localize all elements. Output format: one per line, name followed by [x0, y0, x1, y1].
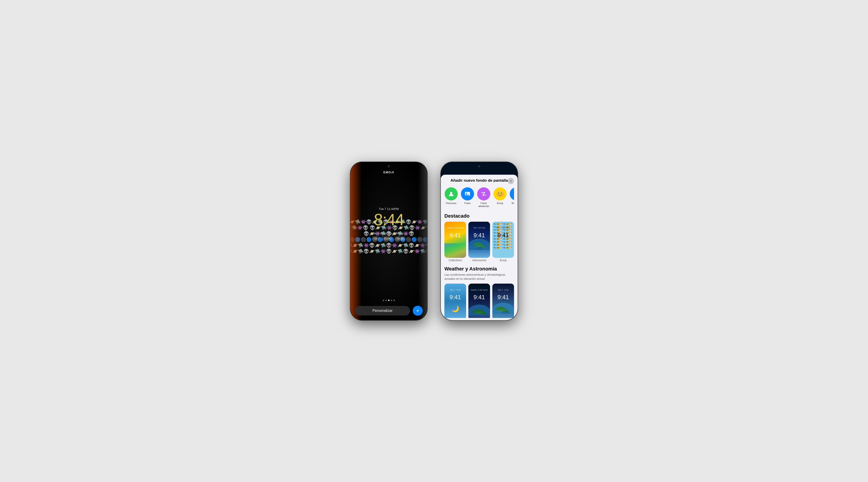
sheet-title: Añadir nuevo fondo de pantalla	[451, 178, 508, 183]
featured-grid: martes, 9 de enero 9:41 Collections Tue …	[444, 222, 514, 264]
category-emoji[interactable]: 😊 Emoji	[493, 187, 507, 208]
widget-row: 18 11:44 16:33	[355, 236, 423, 240]
category-fotos[interactable]: Fotos	[461, 187, 474, 208]
dot-5	[394, 300, 395, 301]
phone2-bg: Añadir nuevo fondo de pantalla ×	[441, 162, 518, 320]
cat-icon-shuffle	[477, 187, 490, 200]
wp-collections-date: martes, 9 de enero	[444, 227, 466, 229]
sheet-body[interactable]: Personas Fotos	[441, 185, 518, 318]
wp-collections-label: Collections	[444, 259, 466, 262]
wp-weather1-date: Tue 7 · 9:41	[444, 289, 466, 291]
dot-4	[391, 300, 392, 301]
close-button[interactable]: ×	[508, 178, 514, 184]
dot-1	[383, 300, 384, 301]
category-weather[interactable]: 🌤 Weather	[509, 187, 514, 208]
bottom-bar: Personalizar +	[355, 306, 423, 316]
wp-col-emoji[interactable]: 🐟🐠🐡🐟🐠🐡🐟🐠🐡🐟🐠🐡🐟🐠🐡🐟🐠🐡🐟🐠🐡🐟🐠🐡🐟🐠🐡🐟🐠🐡🐟🐠🐡🐟🐠🐡🐟🐠🐡🐟…	[492, 222, 514, 264]
category-fotos-aleatorias[interactable]: Fotos aleatorias	[477, 187, 491, 208]
wp-collections-card[interactable]: martes, 9 de enero 9:41	[444, 222, 466, 258]
badge-number: 18	[374, 237, 377, 240]
widget-badge: 18	[372, 236, 379, 240]
cat-label-emoji: Emoji	[497, 202, 503, 205]
wallpaper-type-label: EMOJI	[350, 171, 427, 174]
cat-icon-weather: 🌤	[510, 187, 514, 200]
fire-right	[418, 162, 427, 320]
wp-weather3-card[interactable]: Tue 7 · 9:41 9:41	[492, 284, 514, 318]
weather-subtitle: Las condiciones astronómicas y climatoló…	[444, 273, 514, 281]
wp-weather1-time: 9:41	[444, 294, 466, 301]
wp-col-weather1[interactable]: Tue 7 · 9:41 9:41 🌙	[444, 284, 466, 318]
wp-weather2-time: 9:41	[468, 294, 490, 301]
wp-weather2-date: martes, 9 de enero	[468, 289, 490, 291]
svg-point-0	[450, 192, 452, 194]
lock-screen-time: Tue 7 11:44PM 8:44	[350, 207, 427, 228]
wp-emoji2-time: 9:41	[492, 232, 514, 239]
wp-collections-time: 9:41	[444, 232, 466, 239]
emoji-wallpaper-screen: 👽🪐🛸👾👽🪐🛸👽👾🪐🛸👽🪐👾🛸👽🪐🛸👾👽 👽🪐🛸👾👽🪐🛸👽👾🪐🛸👽🪐👾🛸👽🪐🛸👾…	[350, 162, 427, 320]
wp-col-astronomia[interactable]: Tue 7 ⊕ 9:41 9:41	[468, 222, 490, 264]
wp-emoji2-label: Emoji	[492, 259, 514, 262]
weather-title: Weather y Astronomía	[444, 266, 514, 272]
emoji-spiral: 👽🪐🛸👾👽🪐🛸👽👾🪐🛸👽🪐👾🛸👽🪐🛸👾👽 👽🪐🛸👾👽🪐🛸👽👾🪐🛸👽🪐👾🛸👽🪐🛸👾…	[350, 162, 427, 320]
widget-time2: 11:44	[382, 236, 393, 240]
cat-label-weather: Weather	[512, 202, 514, 205]
wp-weather3-date: Tue 7 · 9:41	[492, 289, 514, 291]
phone2-screen: Añadir nuevo fondo de pantalla ×	[441, 162, 518, 320]
weather-grid: Tue 7 · 9:41 9:41 🌙 martes, 9 de enero 9…	[444, 284, 514, 318]
wp-astronomia-date: Tue 7 ⊕ 9:41	[468, 227, 490, 229]
wp-weather2-card[interactable]: martes, 9 de enero 9:41	[468, 284, 490, 318]
lock-widgets: mar, 7 jun No hay eventos h... 18 11:44 …	[355, 232, 423, 240]
personalizar-button[interactable]: Personalizar	[355, 306, 410, 316]
cat-icon-emoji: 😊	[493, 187, 506, 200]
sheet-header: Añadir nuevo fondo de pantalla ×	[441, 175, 518, 185]
wp-weather1-card[interactable]: Tue 7 · 9:41 9:41 🌙	[444, 284, 466, 318]
featured-title: Destacado	[444, 213, 514, 219]
cat-label-fotos: Fotos	[464, 202, 471, 205]
add-wallpaper-sheet: Añadir nuevo fondo de pantalla ×	[441, 175, 518, 320]
cat-label-personas: Personas	[446, 202, 456, 205]
phone1-screen: 👽🪐🛸👾👽🪐🛸👽👾🪐🛸👽🪐👾🛸👽🪐🛸👾👽 👽🪐🛸👾👽🪐🛸👽👾🪐🛸👽🪐👾🛸👽🪐🛸👾…	[350, 162, 427, 320]
widget-calendar: mar, 7 jun No hay eventos h...	[355, 232, 423, 235]
wp-col-weather2[interactable]: martes, 9 de enero 9:41	[468, 284, 490, 318]
dot-3-active	[388, 300, 390, 301]
wp-emoji2-date: mar. 9 de enero	[492, 227, 514, 229]
lock-time-display: 8:44	[350, 212, 427, 228]
cat-icon-fotos	[461, 187, 474, 200]
cat-icon-personas	[445, 187, 458, 200]
wp-astronomia-card[interactable]: Tue 7 ⊕ 9:41 9:41	[468, 222, 490, 258]
wp-astronomia-time: 9:41	[468, 232, 490, 239]
wp-emoji-card[interactable]: 🐟🐠🐡🐟🐠🐡🐟🐠🐡🐟🐠🐡🐟🐠🐡🐟🐠🐡🐟🐠🐡🐟🐠🐡🐟🐠🐡🐟🐠🐡🐟🐠🐡🐟🐠🐡🐟🐠🐡🐟…	[492, 222, 514, 258]
widget-extra: 16:33	[395, 236, 405, 240]
emoji-background: 👽🪐🛸👾👽🪐🛸👽👾🪐🛸👽🪐👾🛸👽🪐🛸👾👽 👽🪐🛸👾👽🪐🛸👽👾🪐🛸👽🪐👾🛸👽🪐🛸👾…	[350, 162, 427, 320]
dot-2	[385, 300, 387, 301]
page-dots	[350, 300, 427, 301]
phone-1: 👽🪐🛸👾👽🪐🛸👽👾🪐🛸👽🪐👾🛸👽🪐🛸👾👽 👽🪐🛸👾👽🪐🛸👽👾🪐🛸👽🪐👾🛸👽🪐🛸👾…	[350, 162, 427, 320]
svg-point-2	[466, 193, 467, 194]
fire-left	[350, 162, 362, 320]
wp-col-collections[interactable]: martes, 9 de enero 9:41 Collections	[444, 222, 466, 264]
wp-col-weather3[interactable]: Tue 7 · 9:41 9:41	[492, 284, 514, 318]
cat-label-shuffle: Fotos aleatorias	[478, 202, 489, 208]
category-row: Personas Fotos	[444, 185, 514, 211]
weather-moon-icon: 🌙	[452, 305, 459, 313]
wp-astronomia-label: Astronomía	[468, 259, 490, 262]
category-personas[interactable]: Personas	[444, 187, 458, 208]
wp-weather3-time: 9:41	[492, 294, 514, 301]
phone-2: Añadir nuevo fondo de pantalla ×	[441, 162, 518, 320]
add-button[interactable]: +	[413, 306, 423, 316]
lock-date: Tue 7 11:44PM	[350, 207, 427, 211]
